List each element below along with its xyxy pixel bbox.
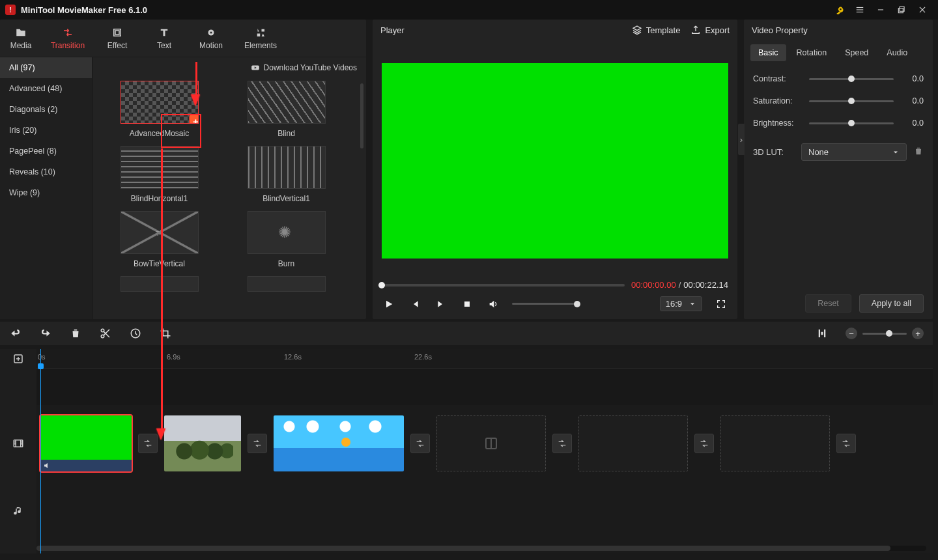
activate-key-icon[interactable] [829, 0, 849, 20]
play-button[interactable] [382, 297, 396, 311]
tab-text-label: Text [157, 41, 171, 50]
transition-burn[interactable]: Burn [229, 211, 344, 268]
transition-more-1[interactable] [102, 276, 217, 292]
fullscreen-button[interactable] [714, 297, 728, 311]
add-plus-icon[interactable]: + [190, 115, 199, 124]
volume-icon[interactable] [486, 297, 500, 311]
zoom-slider[interactable] [862, 333, 907, 335]
category-reveals[interactable]: Reveals (10) [0, 161, 92, 182]
volume-slider[interactable] [512, 303, 577, 305]
playhead[interactable] [40, 349, 41, 553]
overlay-track[interactable] [36, 369, 933, 405]
add-track-button[interactable] [0, 349, 36, 369]
undo-button[interactable] [9, 327, 22, 340]
svg-rect-11 [464, 301, 470, 307]
aspect-ratio-select[interactable]: 16:9 [660, 296, 702, 311]
reset-button[interactable]: Reset [805, 294, 851, 313]
saturation-label: Saturation: [753, 96, 801, 105]
chevron-down-icon [689, 300, 696, 308]
svg-rect-7 [115, 31, 119, 35]
seek-bar[interactable] [382, 284, 625, 287]
template-label: Template [646, 25, 681, 35]
snap-button[interactable] [816, 327, 829, 340]
prop-tab-speed[interactable]: Speed [837, 44, 876, 61]
folder-icon [15, 27, 27, 38]
transition-slot-2[interactable] [248, 434, 267, 453]
transition-slot-5[interactable] [694, 434, 714, 453]
timeline-toolbar: − + [0, 322, 933, 345]
zoom-in-button[interactable]: + [912, 328, 924, 339]
clip-placeholder-1[interactable] [436, 415, 546, 471]
transition-blindhorizontal1[interactable]: BlindHorizontal1 [102, 146, 217, 203]
audio-track[interactable] [36, 482, 933, 540]
crop-button[interactable] [159, 327, 172, 340]
tab-media[interactable]: Media [0, 20, 42, 57]
close-icon[interactable] [912, 0, 933, 20]
transition-bowtievertical[interactable]: ⇄ BowTieVertical [102, 211, 217, 268]
tab-motion[interactable]: Motion [188, 20, 234, 57]
brightness-slider[interactable] [809, 122, 894, 124]
category-all[interactable]: All (97) [0, 57, 92, 78]
transition-slot-3[interactable] [410, 434, 430, 453]
split-button[interactable] [99, 327, 112, 340]
collapse-property-button[interactable]: › [738, 124, 745, 155]
minimize-icon[interactable] [870, 0, 891, 20]
prev-frame-button[interactable] [408, 297, 422, 311]
transition-advancedmosaic[interactable]: + AdvancedMosaic [102, 81, 217, 138]
transition-blindvertical1[interactable]: BlindVertical1 [229, 146, 344, 203]
download-youtube-link[interactable]: Download YouTube Videos [251, 63, 357, 72]
effect-icon [111, 27, 123, 38]
ruler-tick: 22.6s [414, 353, 432, 361]
text-icon [158, 27, 170, 38]
app-logo: ! [5, 5, 16, 15]
timeline-canvas[interactable]: 0s 6.9s 12.6s 22.6s [36, 349, 933, 553]
clip-placeholder-3[interactable] [720, 415, 830, 471]
tab-effect[interactable]: Effect [94, 20, 141, 57]
category-wipe[interactable]: Wipe (9) [0, 182, 92, 203]
video-track[interactable] [36, 405, 933, 482]
transition-thumb [121, 146, 199, 189]
contrast-slider[interactable] [809, 78, 894, 80]
timeline-ruler[interactable]: 0s 6.9s 12.6s 22.6s [36, 349, 933, 369]
clip-3[interactable] [274, 415, 404, 471]
transition-slot-6[interactable] [836, 434, 856, 453]
tab-elements[interactable]: Elements [234, 20, 287, 57]
category-pagepeel[interactable]: PagePeel (8) [0, 141, 92, 161]
maximize-icon[interactable] [891, 0, 912, 20]
property-panel: › Video Property Basic Rotation Speed Au… [744, 20, 933, 319]
delete-button[interactable] [69, 327, 82, 340]
export-button[interactable]: Export [690, 25, 730, 35]
saturation-slider[interactable] [809, 100, 894, 102]
timeline-area: − + 0s 6.9s 12.6s 22.6s [0, 319, 938, 553]
prop-tab-audio[interactable]: Audio [879, 44, 915, 61]
lut-delete-icon[interactable] [913, 146, 924, 158]
lut-select[interactable]: None [801, 143, 907, 161]
tab-transition[interactable]: Transition [42, 20, 94, 57]
clip-2[interactable] [164, 415, 241, 471]
clip-1[interactable] [40, 415, 132, 471]
redo-button[interactable] [39, 327, 52, 340]
next-frame-button[interactable] [434, 297, 448, 311]
speed-button[interactable] [129, 327, 142, 340]
svg-rect-1 [857, 9, 864, 10]
apply-all-button[interactable]: Apply to all [859, 294, 924, 313]
prop-tab-rotation[interactable]: Rotation [789, 44, 835, 61]
aspect-ratio-label: 16:9 [666, 299, 682, 309]
timeline-hscroll[interactable] [36, 546, 926, 551]
transition-blind[interactable]: Blind [229, 81, 344, 138]
clip-placeholder-2[interactable] [578, 415, 688, 471]
category-diagonals[interactable]: Diagonals (2) [0, 99, 92, 120]
template-button[interactable]: Template [632, 25, 681, 35]
prop-tab-basic[interactable]: Basic [750, 44, 786, 61]
category-iris[interactable]: Iris (20) [0, 120, 92, 141]
category-advanced[interactable]: Advanced (48) [0, 78, 92, 99]
menu-icon[interactable] [849, 0, 870, 20]
transition-slot-1[interactable] [138, 434, 158, 453]
stop-button[interactable] [460, 297, 474, 311]
zoom-out-button[interactable]: − [846, 328, 857, 339]
transition-slot-4[interactable] [552, 434, 572, 453]
tab-text[interactable]: Text [141, 20, 188, 57]
video-track-icon [0, 405, 36, 482]
library-scrollbar[interactable] [360, 83, 363, 148]
transition-more-2[interactable] [229, 276, 344, 292]
